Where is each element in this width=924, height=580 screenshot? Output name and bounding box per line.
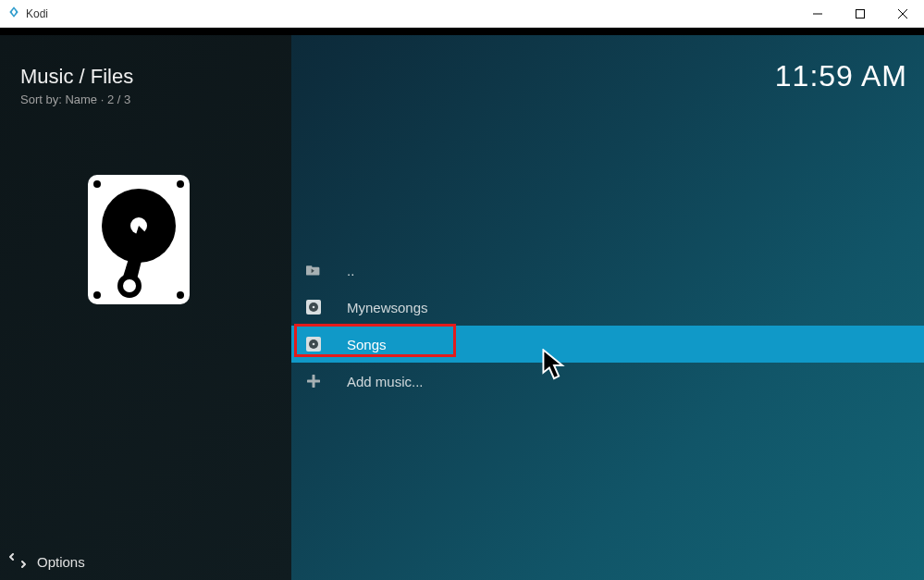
svg-rect-1 — [856, 9, 865, 18]
window-titlebar: Kodi — [0, 0, 924, 28]
svg-rect-13 — [306, 265, 312, 268]
sidebar: Music / Files Sort by: Name · 2 / 3 — [0, 35, 291, 580]
file-item-label: .. — [347, 263, 354, 278]
options-label: Options — [37, 554, 85, 570]
disc-icon — [306, 337, 321, 352]
breadcrumb: Music / Files — [20, 65, 291, 89]
file-list: ..MynewsongsSongsAdd music... — [291, 252, 924, 400]
file-item-0[interactable]: .. — [291, 252, 924, 289]
main-content: 11:59 AM ..MynewsongsSongsAdd music... — [291, 35, 924, 580]
window-title: Kodi — [26, 7, 48, 20]
hard-drive-icon — [83, 170, 194, 313]
clock: 11:59 AM — [775, 59, 907, 93]
file-item-label: Add music... — [347, 374, 424, 389]
svg-point-7 — [93, 291, 101, 299]
window-controls — [796, 0, 924, 28]
titlebar-left: Kodi — [7, 6, 48, 22]
svg-point-11 — [120, 277, 139, 295]
file-item-label: Songs — [347, 337, 387, 352]
svg-point-16 — [313, 306, 315, 309]
sidebar-header: Music / Files Sort by: Name · 2 / 3 — [0, 35, 291, 119]
file-item-1[interactable]: Mynewsongs — [291, 289, 924, 326]
options-bar[interactable]: Options — [0, 543, 291, 580]
disc-icon — [306, 300, 321, 315]
back-folder-icon — [306, 263, 321, 278]
plus-icon — [306, 374, 321, 389]
sidebar-icon-wrap — [0, 170, 291, 313]
kodi-logo-icon — [7, 6, 20, 22]
maximize-button[interactable] — [839, 0, 881, 28]
app-area: Music / Files Sort by: Name · 2 / 3 — [0, 28, 924, 580]
svg-point-8 — [177, 291, 184, 299]
minimize-button[interactable] — [796, 0, 839, 28]
file-item-label: Mynewsongs — [347, 300, 428, 315]
close-button[interactable] — [881, 0, 924, 28]
svg-point-19 — [313, 343, 315, 346]
options-icon — [9, 552, 26, 572]
top-strip — [0, 28, 924, 35]
sort-info: Sort by: Name · 2 / 3 — [20, 93, 291, 106]
file-item-2[interactable]: Songs — [291, 326, 924, 363]
file-item-3[interactable]: Add music... — [291, 363, 924, 400]
svg-point-6 — [177, 180, 184, 188]
svg-point-5 — [93, 180, 101, 188]
